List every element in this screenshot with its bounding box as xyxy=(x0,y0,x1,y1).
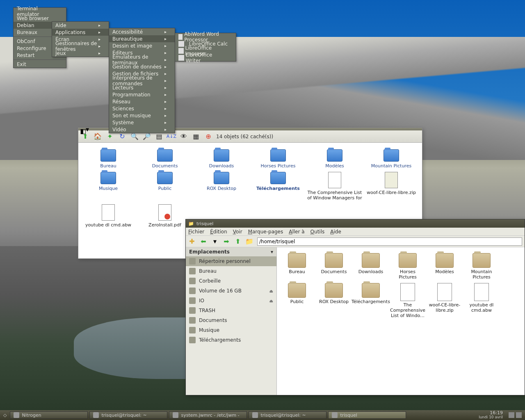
file-label: youtube dl cmd.abw xyxy=(85,222,131,228)
menu-marque-pages[interactable]: Marque-pages xyxy=(248,229,283,235)
menu-item-gestionnaires-de-fen-tres[interactable]: Gestionnaires de fenêtres xyxy=(52,43,109,50)
file-item[interactable]: ROX Desktop xyxy=(315,281,352,320)
menu-item-vid-o[interactable]: Vidéo xyxy=(109,126,175,133)
tray-volume-icon[interactable] xyxy=(516,412,522,418)
rox-item[interactable]: Public xyxy=(137,170,193,202)
rox-item[interactable]: Horses Pictures xyxy=(250,148,306,170)
tray-network-icon[interactable] xyxy=(509,412,514,418)
rox-item[interactable]: Documents xyxy=(137,148,193,170)
folder-icon xyxy=(472,253,491,268)
menu-item-son-et-musique[interactable]: Son et musique xyxy=(109,112,175,119)
rox-item[interactable]: ROX Desktop xyxy=(193,170,250,202)
menu-aller à[interactable]: Aller à xyxy=(289,229,304,235)
taskbar-menu-icon[interactable]: ◇ xyxy=(2,413,8,418)
file-label: Téléchargements xyxy=(256,186,300,191)
details-icon[interactable]: ▦ xyxy=(192,132,201,141)
rox-item[interactable]: Téléchargements xyxy=(250,170,306,202)
sidebar-item-volume-de-gb[interactable]: Volume de 16 GB⏏ xyxy=(186,286,276,296)
file-item[interactable]: Public xyxy=(278,281,315,320)
file-item[interactable]: Téléchargements xyxy=(352,281,389,320)
sidebar-item-documents[interactable]: Documents xyxy=(186,315,276,325)
rox-item[interactable]: The Comprehensive List of Window Manager… xyxy=(306,170,363,202)
rox-item[interactable]: Mountain Pictures xyxy=(363,148,420,170)
add-tab-icon[interactable]: ✚ xyxy=(188,238,196,245)
menu-item-web-browser[interactable]: Web browser xyxy=(14,15,66,22)
sidebar-item-io[interactable]: IO⏏ xyxy=(186,296,276,306)
menu-item-libreoffice-writer[interactable]: LibreOffice Writer xyxy=(175,54,236,61)
menu-item-programmation[interactable]: Programmation xyxy=(109,91,175,98)
folder-icon xyxy=(214,172,229,184)
menu-item-dessin-et-image[interactable]: Dessin et image xyxy=(109,42,175,49)
pcmanfm-menubar[interactable]: FichierÉditionVoirMarque-pagesAller àOut… xyxy=(186,228,525,236)
home-icon[interactable]: 🏠 xyxy=(93,132,102,141)
file-item[interactable]: Downloads xyxy=(352,251,389,281)
up-arrow-icon[interactable]: ⬆ xyxy=(81,132,90,141)
menu-aide[interactable]: Aide xyxy=(330,229,341,235)
sidebar-places-header[interactable]: Emplacements ▾ xyxy=(186,247,276,256)
menu-item-accessibilit-[interactable]: Accessibilité xyxy=(109,28,175,35)
path-input[interactable] xyxy=(257,237,522,246)
file-item[interactable]: woof-CE-libre-libre.zip xyxy=(426,281,463,320)
menu-item-interpr-teurs-de-commandes[interactable]: Interpréteurs de commandes xyxy=(109,77,175,84)
taskbar-item[interactable]: trisquel@trisquel: ~ xyxy=(89,411,167,419)
menu-fichier[interactable]: Fichier xyxy=(188,229,204,235)
menu-item-aide[interactable]: Aide xyxy=(52,22,109,29)
sidebar-item-musique[interactable]: Musique xyxy=(186,325,276,335)
eject-icon[interactable]: ⏏ xyxy=(269,299,273,303)
folder-icon xyxy=(100,172,116,184)
sidebar-item-bureau[interactable]: Bureau xyxy=(186,266,276,276)
rox-item[interactable]: youtube dl cmd.abw xyxy=(80,203,137,229)
file-item[interactable]: Modèles xyxy=(426,251,463,281)
rox-item[interactable]: Modèles xyxy=(306,148,363,170)
menu-item-terminal-emulator[interactable]: Terminal emulator xyxy=(14,8,66,15)
file-item[interactable]: youtube dl cmd.abw xyxy=(463,281,500,320)
pcmanfm-window[interactable]: 📁 trisquel FichierÉditionVoirMarque-page… xyxy=(185,219,525,395)
rox-status-text: 14 objets (62 caché(s)) xyxy=(216,134,273,139)
menu-item-exit[interactable]: Exit xyxy=(14,61,66,68)
rox-item[interactable]: Downloads xyxy=(193,148,250,170)
menu-item-r-seau[interactable]: Réseau xyxy=(109,98,175,105)
eject-icon[interactable]: ⏏ xyxy=(269,289,273,293)
pcmanfm-titlebar[interactable]: 📁 trisquel xyxy=(186,219,525,228)
taskbar-item[interactable]: trisquel@trisquel: ~ xyxy=(249,411,326,419)
sidebar-item-corbeille[interactable]: Corbeille xyxy=(186,276,276,286)
bureautique-submenu[interactable]: AbiWord Word ProcessorLibreOffice CalcLi… xyxy=(175,33,236,62)
menu-item-gestion-de-donn-es[interactable]: Gestion de données xyxy=(109,63,175,70)
menu-item-sciences[interactable]: Sciences xyxy=(109,105,175,112)
rox-item[interactable]: ZeroInstall.pdf xyxy=(137,203,193,229)
sidebar-item-trash[interactable]: TRASH xyxy=(186,306,276,315)
taskbar-item[interactable]: system.jwmrc - /etc/jwm - xyxy=(169,411,247,419)
rox-item[interactable]: Bureau xyxy=(80,148,137,170)
menu-item-applications[interactable]: Applications xyxy=(52,29,109,36)
menu-item-syst-me[interactable]: Système xyxy=(109,119,175,126)
taskbar-item[interactable]: trisquel xyxy=(328,411,406,419)
file-item[interactable]: Documents xyxy=(315,251,352,281)
rox-item[interactable]: Musique xyxy=(80,170,137,202)
folder-icon xyxy=(362,283,380,298)
rox-item[interactable]: woof-CE-libre-libre.zip xyxy=(363,170,420,202)
sidebar-item-t-l-chargements[interactable]: Téléchargements xyxy=(186,335,276,345)
file-item[interactable]: Horses Pictures xyxy=(389,251,426,281)
back-arrow-icon[interactable]: ⬅ xyxy=(200,238,207,245)
help-icon[interactable]: ⊕ xyxy=(204,132,213,141)
sidebar-item-r-pertoire-personnel[interactable]: Répertoire personnel xyxy=(186,256,276,266)
chevron-down-icon[interactable]: ▾ xyxy=(271,249,273,255)
menu-item-bureautique[interactable]: Bureautique xyxy=(109,35,175,42)
menu-item-abiword-word-processor[interactable]: AbiWord Word Processor xyxy=(175,33,236,40)
pcmanfm-file-area[interactable]: BureauDocumentsDownloadsHorses PicturesM… xyxy=(277,247,525,395)
file-item[interactable]: Bureau xyxy=(278,251,315,281)
up-nav-icon[interactable]: ⬆ xyxy=(234,238,242,245)
forward-arrow-icon[interactable]: ➡ xyxy=(223,238,230,245)
applications-submenu[interactable]: AccessibilitéBureautiqueDessin et imageÉ… xyxy=(109,28,175,133)
file-item[interactable]: Mountain Pictures xyxy=(463,251,500,281)
menu-item--mulateurs-de-terminaux[interactable]: Émulateurs de terminaux xyxy=(109,56,175,63)
menu-outils[interactable]: Outils xyxy=(310,229,325,235)
menu-voir[interactable]: Voir xyxy=(233,229,242,235)
menu-édition[interactable]: Édition xyxy=(210,229,227,235)
eye-icon[interactable]: 👁 xyxy=(179,132,188,141)
debian-submenu[interactable]: AideApplicationsÉcranGestionnaires de fe… xyxy=(52,21,109,57)
taskbar-item[interactable]: Nitrogen xyxy=(10,411,88,419)
path-folder-icon[interactable]: 📁 xyxy=(246,238,253,245)
back-dropdown-icon[interactable]: ▾ xyxy=(211,238,219,245)
file-item[interactable]: The Comprehensive List of Windo… xyxy=(389,281,426,320)
